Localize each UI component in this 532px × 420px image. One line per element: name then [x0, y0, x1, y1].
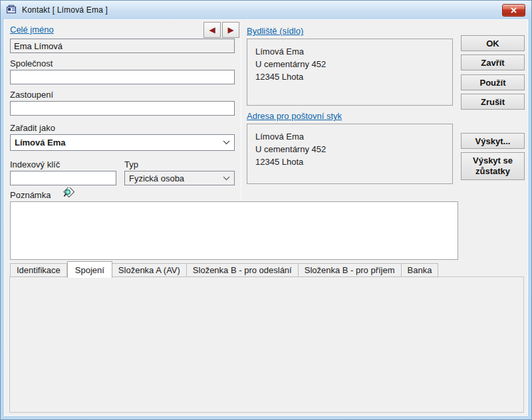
- arrow-right-icon: ▶: [227, 25, 233, 35]
- representation-label: Zastoupení: [10, 90, 53, 100]
- residence-address-box: Límová Ema U cementárny 452 12345 Lhota: [247, 39, 453, 106]
- previous-contact-button[interactable]: ◀: [203, 22, 221, 38]
- postal-line: U cementárny 452: [255, 143, 444, 156]
- occurrence-button[interactable]: Výskyt...: [461, 133, 525, 149]
- note-label: Poznámka: [10, 190, 51, 200]
- contact-dialog-window: Kontakt [ Límová Ema ] Celé jméno ◀ ▶ Sp…: [0, 0, 532, 420]
- column-separator: [241, 38, 241, 200]
- representation-input[interactable]: [10, 101, 235, 116]
- index-key-label: Indexový klíč: [10, 159, 60, 169]
- postal-line: 12345 Lhota: [255, 156, 444, 168]
- tab-slozenka-a[interactable]: Složenka A (AV): [112, 263, 187, 277]
- cancel-button[interactable]: Zrušit: [461, 94, 525, 110]
- type-value: Fyzická osoba: [129, 173, 184, 183]
- note-textarea[interactable]: [10, 201, 458, 260]
- title-bar[interactable]: Kontakt [ Límová Ema ]: [1, 1, 531, 19]
- residence-link[interactable]: Bydliště (sídlo): [247, 26, 303, 36]
- tab-banka[interactable]: Banka: [402, 263, 439, 277]
- x-icon: [510, 7, 517, 13]
- ok-button[interactable]: OK: [461, 35, 525, 51]
- chevron-down-icon: [223, 140, 230, 145]
- magnifier-icon[interactable]: [62, 187, 74, 201]
- chevron-down-icon: [223, 176, 230, 181]
- apply-button[interactable]: Použít: [461, 74, 525, 90]
- type-combobox[interactable]: Fyzická osoba: [124, 171, 235, 185]
- company-label: Společnost: [10, 58, 53, 68]
- tab-slozenka-b-prijem[interactable]: Složenka B - pro příjem: [299, 263, 402, 277]
- tab-panel-spojeni: [9, 276, 524, 413]
- full-name-link[interactable]: Celé jméno: [10, 25, 54, 35]
- company-input[interactable]: [10, 70, 235, 84]
- file-as-combobox[interactable]: Límová Ema: [10, 134, 235, 151]
- residence-line: U cementárny 452: [255, 58, 444, 70]
- postal-address-link[interactable]: Adresa pro poštovní styk: [247, 111, 342, 121]
- residence-line: Límová Ema: [255, 45, 444, 58]
- window-title: Kontakt [ Límová Ema ]: [22, 5, 108, 15]
- close-dialog-button[interactable]: Zavřít: [461, 54, 525, 70]
- residence-line: 12345 Lhota: [255, 70, 444, 83]
- full-name-input[interactable]: [10, 39, 235, 53]
- index-key-input[interactable]: [10, 171, 116, 185]
- file-as-label: Zařadit jako: [10, 123, 55, 133]
- tab-spojeni[interactable]: Spojení: [67, 261, 112, 278]
- postal-line: Límová Ema: [255, 130, 444, 143]
- occurrence-with-balances-button[interactable]: Výskyt se zůstatky: [461, 152, 525, 180]
- contact-window-icon: [6, 5, 18, 15]
- tab-strip: Identifikace Spojení Složenka A (AV) Slo…: [10, 262, 438, 277]
- arrow-left-icon: ◀: [209, 25, 215, 35]
- type-label: Typ: [124, 159, 138, 169]
- close-button[interactable]: [502, 4, 525, 17]
- next-contact-button[interactable]: ▶: [222, 22, 239, 38]
- tab-slozenka-b-odeslani[interactable]: Složenka B - pro odeslání: [187, 263, 299, 277]
- tab-identifikace[interactable]: Identifikace: [10, 263, 67, 277]
- postal-address-box: Límová Ema U cementárny 452 12345 Lhota: [247, 124, 453, 184]
- file-as-value: Límová Ema: [15, 138, 66, 148]
